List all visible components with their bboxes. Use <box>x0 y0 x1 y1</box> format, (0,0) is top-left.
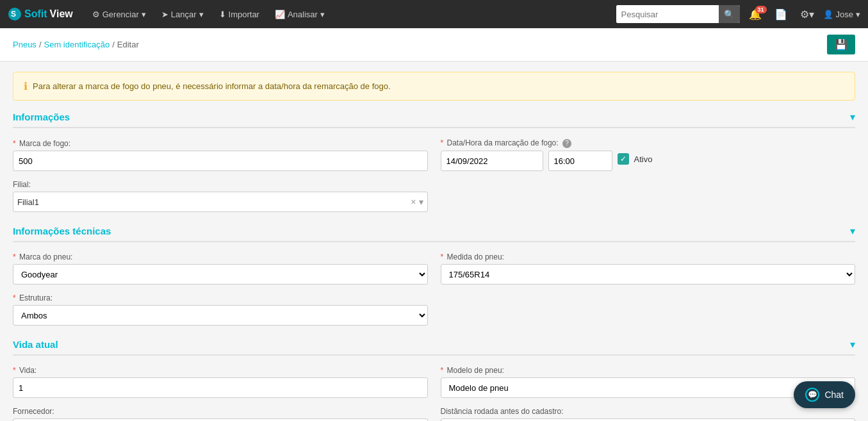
chat-button[interactable]: 💬 Chat <box>794 381 855 408</box>
chevron-down-icon: ▾ <box>320 10 325 19</box>
section-informacoes-header: Informações ▾ <box>13 111 855 128</box>
ativo-label: Ativo <box>634 154 653 164</box>
nav-right-section: 🔍 🔔 31 📄 ⚙ ▾ 👤 Jose ▾ <box>616 5 860 23</box>
breadcrumb-sem-identificacao[interactable]: Sem identificação <box>44 40 110 49</box>
svg-text:S: S <box>11 10 16 19</box>
brand-icon: S <box>8 7 22 21</box>
document-button[interactable]: 📄 <box>771 8 791 21</box>
search-button[interactable]: 🔍 <box>719 5 740 23</box>
search-input[interactable] <box>616 5 719 23</box>
marca-pneu-label: * Marca do pneu: <box>13 252 428 261</box>
nav-analisar[interactable]: 📈 Analisar ▾ <box>268 0 331 28</box>
notification-button[interactable]: 🔔 31 <box>745 8 766 21</box>
nav-importar[interactable]: ⬇ Importar <box>213 0 266 28</box>
main-content: ℹ Para alterar a marca de fogo do pneu, … <box>0 62 868 421</box>
brand-view: View <box>50 8 73 20</box>
marca-fogo-label: * Marca de fogo: <box>13 139 428 148</box>
user-chevron-icon: ▾ <box>856 10 860 19</box>
form-row-marca-medida: * Marca do pneu: Goodyear Bridgestone Mi… <box>13 252 855 285</box>
dropdown-icon[interactable]: ▾ <box>419 197 423 207</box>
breadcrumb: Pneus / Sem identificação / Editar <box>13 40 139 49</box>
modelo-pneu-select[interactable]: Modelo de pneu <box>441 377 856 398</box>
chart-icon: 📈 <box>275 10 285 19</box>
fornecedor-label: Fornecedor: <box>13 407 428 416</box>
user-icon: 👤 <box>823 10 833 19</box>
form-row-vida-modelo: * Vida: * Modelo de pneu: Modelo de pneu <box>13 366 855 398</box>
marca-fogo-required: * <box>13 139 16 148</box>
hora-input[interactable] <box>548 151 612 171</box>
filial-label: Filial: <box>13 180 428 189</box>
section-vida-toggle[interactable]: ▾ <box>850 338 855 351</box>
section-tecnicas-title: Informações técnicas <box>13 226 111 236</box>
save-button[interactable]: 💾 <box>827 35 855 54</box>
chevron-down-icon: ▾ <box>199 10 204 19</box>
alert-icon: ℹ <box>24 80 28 92</box>
estrutura-select[interactable]: Ambos Diagonal Radial <box>13 305 428 326</box>
data-hora-row: ✓ Ativo <box>441 151 856 171</box>
distancia-input[interactable] <box>441 418 856 421</box>
nav-gerenciar[interactable]: ⚙ Gerenciar ▾ <box>86 0 152 28</box>
form-row-marca-fogo: * Marca de fogo: * Data/Hora da marcação… <box>13 138 855 171</box>
form-group-marca-pneu: * Marca do pneu: Goodyear Bridgestone Mi… <box>13 252 428 285</box>
form-row-fornecedor-distancia: Fornecedor: Distância rodada antes do ca… <box>13 407 855 421</box>
nav-lancar[interactable]: ➤ Lançar ▾ <box>155 0 210 28</box>
search-box[interactable]: 🔍 <box>616 5 740 23</box>
form-group-data-hora: * Data/Hora da marcação de fogo: ? ✓ Ati… <box>441 138 856 171</box>
form-group-fornecedor: Fornecedor: <box>13 407 428 421</box>
filial-clear-actions[interactable]: × ▾ <box>411 197 423 207</box>
data-hora-required: * <box>441 138 444 147</box>
vida-input[interactable] <box>13 377 428 398</box>
brand-logo[interactable]: S Sofit View <box>8 7 73 21</box>
breadcrumb-separator-2: / <box>112 40 115 49</box>
ativo-checkbox[interactable]: ✓ <box>618 153 629 165</box>
ativo-group: ✓ Ativo <box>618 153 653 169</box>
section-informacoes-toggle[interactable]: ▾ <box>850 111 855 123</box>
form-group-distancia: Distância rodada antes do cadastro: <box>441 407 856 421</box>
breadcrumb-separator-1: / <box>39 40 42 49</box>
breadcrumb-bar: Pneus / Sem identificação / Editar 💾 <box>0 28 868 62</box>
chevron-icon: ▾ <box>809 8 814 21</box>
alert-message: Para alterar a marca de fogo do pneu, é … <box>33 81 391 91</box>
nav-gerenciar-label: Gerenciar <box>102 10 139 19</box>
filial-select[interactable]: Filial1 × ▾ <box>13 192 428 212</box>
modelo-pneu-label: * Modelo de pneu: <box>441 366 856 375</box>
fornecedor-input[interactable] <box>13 418 428 421</box>
medida-pneu-label: * Medida do pneu: <box>441 252 856 261</box>
form-group-medida-pneu: * Medida do pneu: 175/65R14 185/65R15 19… <box>441 252 856 285</box>
form-group-vida: * Vida: <box>13 366 428 398</box>
user-name: Jose <box>836 10 853 19</box>
breadcrumb-pneus[interactable]: Pneus <box>13 40 37 49</box>
notification-badge: 31 <box>755 6 767 13</box>
form-row-filial: Filial: Filial1 × ▾ <box>13 180 855 212</box>
nav-analisar-label: Analisar <box>288 10 318 19</box>
data-input[interactable] <box>441 151 543 171</box>
section-vida-title: Vida atual <box>13 339 58 350</box>
gear-icon: ⚙ <box>92 10 100 19</box>
chat-bubble-icon: 💬 <box>805 388 819 402</box>
alert-warning: ℹ Para alterar a marca de fogo do pneu, … <box>13 72 855 101</box>
top-navigation: S Sofit View ⚙ Gerenciar ▾ ➤ Lançar ▾ ⬇ … <box>0 0 868 28</box>
form-group-marca-fogo: * Marca de fogo: <box>13 139 428 171</box>
data-hora-label: * Data/Hora da marcação de fogo: ? <box>441 138 856 148</box>
form-group-filial: Filial: Filial1 × ▾ <box>13 180 428 212</box>
marca-pneu-select[interactable]: Goodyear Bridgestone Michelin Pirelli <box>13 264 428 285</box>
send-icon: ➤ <box>161 10 168 19</box>
check-icon: ✓ <box>620 154 626 163</box>
form-group-estrutura: * Estrutura: Ambos Diagonal Radial <box>13 293 428 326</box>
chevron-down-icon: ▾ <box>142 10 146 19</box>
marca-fogo-input[interactable] <box>13 151 428 171</box>
chat-label: Chat <box>824 390 844 400</box>
clear-icon[interactable]: × <box>411 197 416 207</box>
section-vida-atual: Vida atual ▾ * Vida: * Modelo de pneu: M… <box>13 338 855 421</box>
section-tecnicas-toggle[interactable]: ▾ <box>850 225 855 237</box>
filial-value: Filial1 <box>17 197 411 207</box>
user-menu[interactable]: 👤 Jose ▾ <box>823 10 860 19</box>
help-icon[interactable]: ? <box>562 139 571 148</box>
brand-sofit: Sofit <box>24 8 47 20</box>
settings-button[interactable]: ⚙ ▾ <box>796 8 818 21</box>
medida-pneu-select[interactable]: 175/65R14 185/65R15 195/55R16 <box>441 264 856 285</box>
vida-label: * Vida: <box>13 366 428 375</box>
form-row-estrutura: * Estrutura: Ambos Diagonal Radial <box>13 293 855 326</box>
distancia-label: Distância rodada antes do cadastro: <box>441 407 856 416</box>
section-informacoes-tecnicas: Informações técnicas ▾ * Marca do pneu: … <box>13 225 855 326</box>
